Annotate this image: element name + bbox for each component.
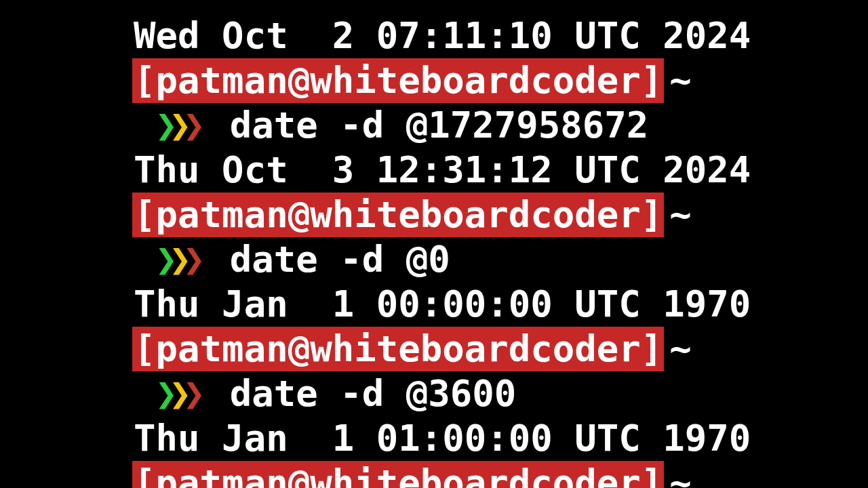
chevron-icon: ❯ bbox=[155, 372, 170, 415]
chevron-icon: ❯ bbox=[183, 104, 197, 146]
chevron-icon: ❯ bbox=[170, 238, 184, 281]
output-text: Thu Jan 1 00:00:00 UTC 1970 bbox=[132, 282, 751, 327]
prompt-cwd: ~ bbox=[664, 192, 692, 237]
output-line-cropped: Wed Oct 2 07:11:10 UTC 2024 bbox=[0, 0, 751, 14]
prompt-cwd: ~ bbox=[664, 461, 692, 488]
chevron-icon: ❯ bbox=[183, 238, 197, 281]
chevron-icon: ❯ bbox=[170, 372, 184, 415]
prompt-chevrons: ❯❯❯ bbox=[132, 237, 197, 282]
command-text: date -d @1727958672 bbox=[197, 103, 649, 148]
prompt-cwd: ~ bbox=[664, 58, 692, 103]
output-text: Thu Jan 1 01:00:00 UTC 1970 bbox=[132, 416, 751, 461]
chevron-icon: ❯ bbox=[170, 104, 184, 146]
output-text: Thu Oct 3 12:31:12 UTC 2024 bbox=[132, 148, 751, 192]
command-text: date -d @0 bbox=[197, 237, 450, 282]
user-host-badge: [patman@whiteboardcoder] bbox=[132, 58, 664, 103]
prompt-cwd: ~ bbox=[664, 327, 692, 371]
prompt-chevrons: ❯❯❯ bbox=[132, 371, 197, 416]
prompt-chevrons: ❯❯❯ bbox=[132, 103, 197, 148]
terminal[interactable]: Wed Oct 2 07:11:10 UTC 2024 [patman@whit… bbox=[0, 0, 868, 488]
command-text: date -d @3600 bbox=[197, 371, 517, 416]
user-host-badge: [patman@whiteboardcoder] bbox=[132, 192, 664, 237]
user-host-badge: [patman@whiteboardcoder] bbox=[132, 461, 664, 488]
chevron-icon: ❯ bbox=[183, 372, 197, 415]
user-host-badge: [patman@whiteboardcoder] bbox=[132, 327, 664, 371]
chevron-icon: ❯ bbox=[155, 238, 170, 281]
chevron-icon: ❯ bbox=[155, 104, 170, 146]
